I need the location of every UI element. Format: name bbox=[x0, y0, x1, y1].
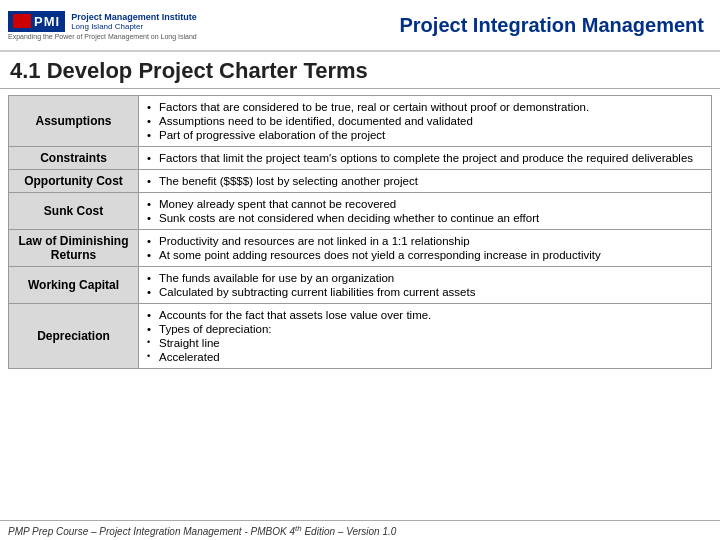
term-cell: Law of Diminishing Returns bbox=[9, 230, 139, 267]
desc-cell: Productivity and resources are not linke… bbox=[139, 230, 712, 267]
logo-subtext: Expanding the Power of Project Managemen… bbox=[8, 33, 197, 40]
header: PMI Project Management Institute Long Is… bbox=[0, 0, 720, 52]
bullet-item: The benefit ($$$$) lost by selecting ano… bbox=[145, 174, 705, 188]
footer-text2: Edition – Version 1.0 bbox=[302, 526, 397, 537]
desc-cell: Accounts for the fact that assets lose v… bbox=[139, 304, 712, 369]
page-title: 4.1 Develop Project Charter Terms bbox=[0, 52, 720, 89]
table-row: Law of Diminishing ReturnsProductivity a… bbox=[9, 230, 712, 267]
footer-superscript: th bbox=[295, 524, 302, 533]
bullet-item: At some point adding resources does not … bbox=[145, 248, 705, 262]
bullet-item: Accounts for the fact that assets lose v… bbox=[145, 308, 705, 322]
bullet-item: Factors that limit the project team's op… bbox=[145, 151, 705, 165]
table-row: ConstraintsFactors that limit the projec… bbox=[9, 147, 712, 170]
term-cell: Depreciation bbox=[9, 304, 139, 369]
term-cell: Constraints bbox=[9, 147, 139, 170]
bullet-item: Sunk costs are not considered when decid… bbox=[145, 211, 705, 225]
table-row: AssumptionsFactors that are considered t… bbox=[9, 96, 712, 147]
header-title: Project Integration Management bbox=[197, 14, 712, 37]
logo-line1: Project Management Institute bbox=[71, 12, 197, 22]
term-cell: Assumptions bbox=[9, 96, 139, 147]
pmi-flag-icon bbox=[13, 14, 31, 28]
sub-bullet-item: Accelerated bbox=[145, 350, 705, 364]
footer-text: PMP Prep Course – Project Integration Ma… bbox=[8, 526, 295, 537]
table-row: Opportunity CostThe benefit ($$$$) lost … bbox=[9, 170, 712, 193]
bullet-item: Assumptions need to be identified, docum… bbox=[145, 114, 705, 128]
desc-cell: Factors that are considered to be true, … bbox=[139, 96, 712, 147]
table-row: Sunk CostMoney already spent that cannot… bbox=[9, 193, 712, 230]
desc-cell: Money already spent that cannot be recov… bbox=[139, 193, 712, 230]
bullet-item: Calculated by subtracting current liabil… bbox=[145, 285, 705, 299]
term-cell: Working Capital bbox=[9, 267, 139, 304]
term-cell: Opportunity Cost bbox=[9, 170, 139, 193]
bullet-item: Part of progressive elaboration of the p… bbox=[145, 128, 705, 142]
footer: PMP Prep Course – Project Integration Ma… bbox=[0, 520, 720, 540]
terms-table: AssumptionsFactors that are considered t… bbox=[8, 95, 712, 369]
term-cell: Sunk Cost bbox=[9, 193, 139, 230]
logo-area: PMI Project Management Institute Long Is… bbox=[8, 11, 197, 40]
table-row: Working CapitalThe funds available for u… bbox=[9, 267, 712, 304]
bullet-item: The funds available for use by an organi… bbox=[145, 271, 705, 285]
table-row: DepreciationAccounts for the fact that a… bbox=[9, 304, 712, 369]
sub-bullet-item: Straight line bbox=[145, 336, 705, 350]
bullet-item: Productivity and resources are not linke… bbox=[145, 234, 705, 248]
pmi-letters: PMI bbox=[34, 14, 60, 29]
bullet-item: Types of depreciation: bbox=[145, 322, 705, 336]
bullet-item: Money already spent that cannot be recov… bbox=[145, 197, 705, 211]
bullet-item: Factors that are considered to be true, … bbox=[145, 100, 705, 114]
desc-cell: Factors that limit the project team's op… bbox=[139, 147, 712, 170]
logo-line2: Long Island Chapter bbox=[71, 22, 197, 31]
desc-cell: The benefit ($$$$) lost by selecting ano… bbox=[139, 170, 712, 193]
desc-cell: The funds available for use by an organi… bbox=[139, 267, 712, 304]
